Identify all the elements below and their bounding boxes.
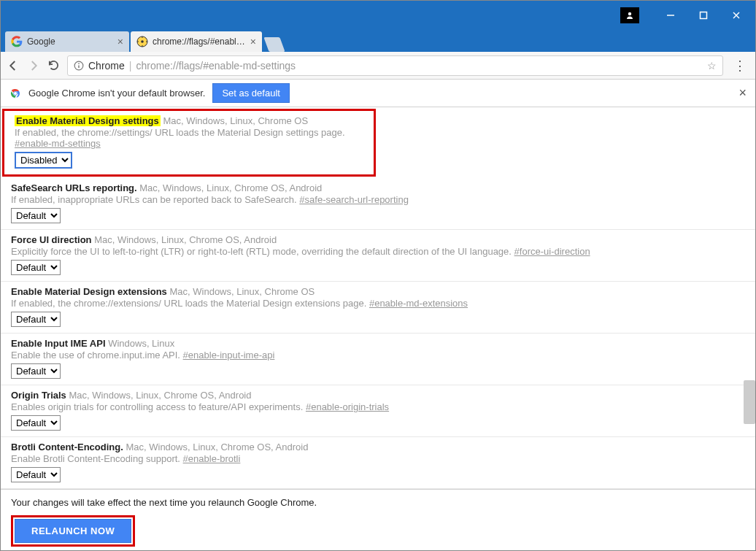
flag-anchor-link[interactable]: #enable-md-extensions (369, 298, 468, 309)
flag-description: If enabled, inappropriate URLs can be re… (11, 194, 745, 205)
infobar-close-icon[interactable]: × (738, 85, 747, 101)
flag-title: Force UI direction (11, 234, 92, 245)
relaunch-footer: Your changes will take effect the next t… (1, 489, 755, 550)
flags-content[interactable]: Enable Material Design settings Mac, Win… (1, 107, 755, 489)
flag-title: Origin Trials (11, 390, 66, 401)
flag-title: Enable Material Design settings (15, 115, 161, 126)
flag-platforms: Mac, Windows, Linux, Chrome OS (169, 286, 315, 297)
flag-description: If enabled, the chrome://settings/ URL l… (15, 127, 363, 149)
browser-menu-button[interactable]: ⋮ (730, 58, 749, 74)
user-profile-button[interactable] (620, 7, 639, 23)
tab-title: chrome://flags/#enable-… (153, 36, 246, 47)
bookmark-star-icon[interactable]: ☆ (707, 60, 717, 72)
flag-platforms: Mac, Windows, Linux, Chrome OS, Android (139, 182, 322, 193)
svg-rect-2 (700, 12, 706, 19)
flag-platforms: Mac, Windows, Linux, Chrome OS (163, 115, 308, 126)
flag-select[interactable]: Default (11, 363, 61, 379)
flag-title: Enable Input IME API (11, 338, 106, 349)
flag-description: Enable Brotli Content-Encoding support. … (11, 453, 745, 464)
flag-select[interactable]: Default (11, 415, 61, 431)
flag-select[interactable]: Default (11, 208, 61, 223)
window-minimize-button[interactable] (654, 4, 687, 26)
google-favicon-icon (11, 36, 23, 47)
tab-close-icon[interactable]: × (250, 36, 256, 47)
set-as-default-button[interactable]: Set as default (212, 83, 290, 103)
flag-anchor-link[interactable]: #enable-brotli (183, 453, 241, 464)
svg-point-6 (141, 40, 144, 43)
infobar-message: Google Chrome isn't your default browser… (28, 88, 205, 99)
address-bar[interactable]: Chrome | chrome://flags/#enable-md-setti… (67, 55, 723, 76)
tab-flags[interactable]: chrome://flags/#enable-… × (131, 31, 262, 52)
flag-select[interactable]: Default (11, 467, 61, 482)
new-tab-button[interactable] (263, 37, 285, 52)
flags-favicon-icon (136, 36, 148, 47)
tab-title: Google (27, 36, 113, 47)
flag-platforms: Windows, Linux (108, 338, 174, 349)
tab-strip: Google × chrome://flags/#enable-… × (1, 30, 755, 52)
default-browser-infobar: Google Chrome isn't your default browser… (1, 80, 755, 107)
flag-row: Enable Material Design extensions Mac, W… (1, 282, 755, 334)
flag-title: SafeSearch URLs reporting. (11, 182, 137, 193)
flag-row: Origin Trials Mac, Windows, Linux, Chrom… (1, 385, 755, 437)
relaunch-highlight: RELAUNCH NOW (11, 515, 135, 547)
flag-anchor-link[interactable]: #safe-search-url-reporting (299, 194, 409, 205)
flag-anchor-link[interactable]: #force-ui-direction (514, 246, 590, 257)
url-text: chrome://flags/#enable-md-settings (136, 60, 296, 72)
back-button[interactable] (7, 59, 20, 72)
svg-point-0 (628, 12, 631, 15)
flag-description: If enabled, the chrome://extensions/ URL… (11, 298, 745, 309)
site-label: Chrome (88, 60, 125, 72)
url-separator: | (129, 60, 132, 72)
flag-row: SafeSearch URLs reporting. Mac, Windows,… (1, 178, 755, 230)
flag-select[interactable]: Default (11, 260, 61, 275)
scrollbar-thumb[interactable] (744, 380, 755, 424)
flag-row: Enable Input IME API Windows, LinuxEnabl… (1, 334, 755, 385)
footer-message: Your changes will take effect the next t… (11, 497, 745, 508)
relaunch-now-button[interactable]: RELAUNCH NOW (15, 519, 131, 543)
forward-button (27, 59, 40, 72)
flag-title: Enable Material Design extensions (11, 286, 167, 297)
window-maximize-button[interactable] (687, 4, 720, 26)
tab-google[interactable]: Google × (5, 31, 129, 52)
flag-platforms: Mac, Windows, Linux, Chrome OS, Android (94, 234, 277, 245)
flag-anchor-link[interactable]: #enable-md-settings (15, 138, 101, 149)
flag-platforms: Mac, Windows, Linux, Chrome OS, Android (69, 390, 251, 401)
flag-anchor-link[interactable]: #enable-origin-trials (306, 401, 389, 412)
flag-select[interactable]: Default (11, 312, 61, 327)
svg-point-12 (14, 92, 17, 95)
flag-title: Brotli Content-Encoding. (11, 442, 123, 452)
flag-anchor-link[interactable]: #enable-input-ime-api (183, 350, 275, 361)
flag-description: Enables origin trials for controlling ac… (11, 401, 745, 412)
flag-row: Brotli Content-Encoding. Mac, Windows, L… (1, 437, 755, 489)
flag-description: Explicitly force the UI to left-to-right… (11, 246, 745, 257)
site-info-icon[interactable] (74, 61, 84, 71)
flag-row: Enable Material Design settings Mac, Win… (2, 109, 376, 177)
tab-close-icon[interactable]: × (117, 36, 123, 47)
flag-platforms: Mac, Windows, Linux, Chrome OS, Android (126, 442, 308, 452)
flag-row: Force UI direction Mac, Windows, Linux, … (1, 230, 755, 282)
reload-button[interactable] (47, 59, 60, 72)
browser-toolbar: Chrome | chrome://flags/#enable-md-setti… (1, 52, 755, 80)
flag-select[interactable]: Disabled (15, 152, 72, 169)
window-titlebar (1, 1, 755, 30)
flag-description: Enable the use of chrome.input.ime API. … (11, 350, 745, 361)
chrome-logo-icon (9, 88, 21, 99)
window-close-button[interactable] (720, 4, 752, 26)
